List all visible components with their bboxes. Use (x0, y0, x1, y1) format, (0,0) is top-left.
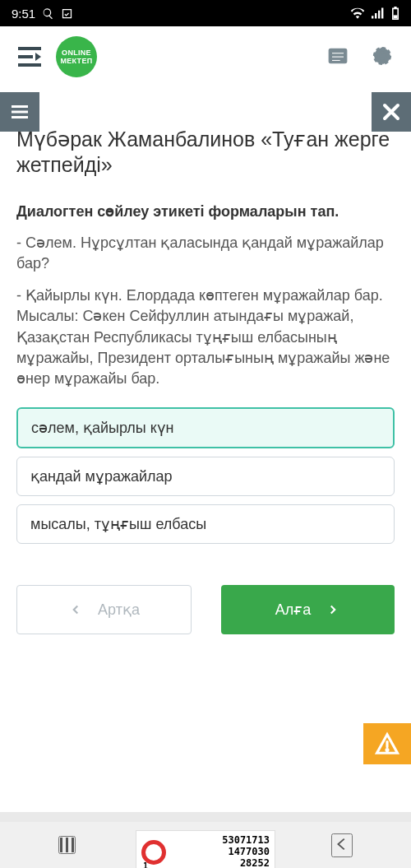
app-header: ONLINE МЕКТЕП (0, 26, 411, 92)
lesson-menu-button[interactable] (0, 92, 39, 132)
page-title: Мүбәрак Жаманбалинов «Туған жерге жетпей… (16, 127, 395, 179)
svg-rect-0 (394, 15, 398, 18)
search-icon (42, 7, 54, 20)
dialogue-line-1: - Сәлем. Нұрсұлтан қаласында қандай мұра… (16, 233, 395, 274)
checkbox-icon (61, 7, 73, 20)
question-prompt: Диалогтен сөйлеу этикеті формаларын тап. (16, 202, 395, 221)
menu-icon (18, 47, 41, 67)
report-problem-button[interactable] (363, 723, 411, 764)
svg-rect-3 (331, 56, 344, 58)
counter-numbers: 53071713 1477030 28252 (169, 835, 270, 868)
language-button[interactable] (368, 42, 396, 72)
battery-icon (391, 7, 399, 20)
svg-rect-4 (331, 59, 340, 61)
wifi-icon (350, 7, 365, 19)
dialogue-line-2: - Қайырлы күн. Елордада көптеген мұражай… (16, 285, 395, 389)
lesson-toolbar (0, 92, 411, 132)
list-icon (327, 45, 349, 67)
answer-option[interactable]: сәлем, қайырлы күн (16, 407, 395, 448)
svg-point-9 (386, 750, 388, 751)
hamburger-icon (10, 102, 30, 122)
close-icon (381, 102, 401, 122)
recents-icon (60, 838, 74, 852)
counter-widget[interactable]: 1 53071713 1477030 28252 (136, 830, 275, 868)
svg-rect-8 (12, 116, 28, 118)
counter-line: 28252 (169, 858, 270, 868)
answer-options: сәлем, қайырлы күн қандай мұражайлар мыс… (16, 407, 395, 544)
logo-line2: МЕКТЕП (61, 57, 93, 65)
arrow-left-icon (68, 602, 83, 617)
svg-rect-2 (331, 52, 344, 53)
answer-option[interactable]: қандай мұражайлар (16, 457, 395, 496)
status-time: 9:51 (12, 7, 35, 21)
back-button[interactable]: Артқа (16, 585, 192, 634)
svg-rect-6 (12, 105, 28, 108)
globe-icon (372, 45, 393, 67)
list-view-button[interactable] (324, 42, 352, 72)
warning-icon (375, 731, 399, 756)
lesson-nav: Артқа Алға (16, 585, 395, 634)
answer-option[interactable]: мысалы, тұңғыш елбасы (16, 504, 395, 544)
lesson-content: Мүбәрак Жаманбалинов «Туған жерге жетпей… (0, 132, 411, 797)
counter-line: 53071713 (169, 835, 270, 847)
android-status-bar: 9:51 (0, 0, 411, 26)
footer-strip: 1 53071713 1477030 28252 (0, 812, 411, 822)
android-recents-button[interactable] (58, 836, 76, 854)
menu-toggle-button[interactable] (15, 44, 44, 70)
android-back-button[interactable] (331, 833, 353, 857)
svg-rect-7 (12, 111, 28, 114)
back-label: Артқа (98, 601, 140, 619)
arrow-right-icon (326, 602, 340, 617)
signal-icon (372, 7, 385, 19)
back-icon (333, 835, 351, 853)
counter-corner: 1 (143, 861, 148, 868)
logo-line1: ONLINE (62, 49, 91, 57)
close-lesson-button[interactable] (372, 92, 411, 132)
forward-button[interactable]: Алға (221, 585, 395, 634)
logo[interactable]: ONLINE МЕКТЕП (56, 36, 97, 77)
counter-line: 1477030 (169, 847, 270, 858)
forward-label: Алға (275, 601, 312, 619)
